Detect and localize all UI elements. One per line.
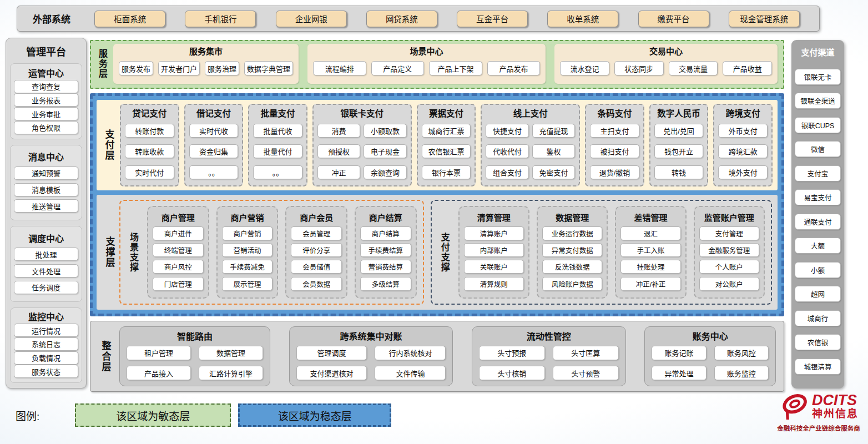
support-item-node: 会员管理 (291, 226, 342, 240)
payment-channel-node: 农信银 (795, 334, 841, 350)
payment-item-node: 。。 (189, 165, 239, 179)
dcits-logo-texts: DCITS 神州信息 (812, 392, 859, 420)
service-groups: 服务集市服务发布开发者门户服务治理数据字典管理场景中心流程编排产品定义产品上下架… (113, 44, 778, 84)
payment-channel-node: 通联支付 (795, 214, 841, 230)
stable-layers-container: 支付层 贷记支付转账付款转账收款实时代付借记支付实时代收资金归集。。批量支付批量… (90, 93, 784, 316)
payment-item-node: 预授权 (317, 144, 360, 158)
integration-group-title: 跨系统集中对账 (296, 329, 446, 342)
payment-column-items: 转账付款转账收款实时代付 (124, 120, 175, 183)
payment-column-items: 城商行汇票农信银汇票银行本票 (421, 120, 472, 183)
support-section: 支付支撑清算管理清算账户内部账户关联账户清算规则数据管理业务运行数据异常支付数据… (431, 200, 772, 305)
support-item-node: 个人账户 (699, 260, 759, 274)
service-group: 交易中心流水登记状态同步交易流量产品收益 (554, 44, 778, 84)
support-item-node: 风险账户数据 (542, 277, 602, 291)
payment-item-node: 外币支付 (718, 124, 768, 138)
support-item-node: 支付管理 (699, 226, 759, 240)
management-section: 监控中心运行情况系统日志负载情况服务状态 (10, 307, 82, 384)
support-item-node: 终端管理 (153, 243, 204, 257)
payment-column-title: 数字人民币 (653, 107, 705, 119)
service-item-node: 服务发布 (119, 61, 153, 75)
support-item-node: 异常支付数据 (542, 243, 602, 257)
payment-column-title: 条码支付 (589, 107, 640, 119)
support-group-title: 数据管理 (542, 211, 602, 223)
payment-item-node: 充值提现 (532, 124, 575, 138)
external-system-node: 网贷系统 (366, 11, 437, 27)
support-item-node: 挂账处理 (620, 260, 680, 274)
management-section-title: 调度中心 (14, 231, 78, 245)
integration-group-title: 智能路由 (127, 329, 263, 342)
payment-channels-title: 支付渠道 (795, 46, 841, 58)
management-item-node: 业务审批 (14, 107, 78, 120)
payment-column-items: 外币支付跨境汇款境外支付 (717, 120, 769, 183)
payment-column: 贷记支付转账付款转账收款实时代付 (120, 104, 179, 186)
payment-channel-node: 大额 (795, 238, 841, 254)
service-item-node: 产品收益 (723, 61, 772, 75)
service-item-node: 状态同步 (614, 61, 664, 75)
payment-item-node: 。。 (253, 165, 302, 179)
payment-item-node: 银行本票 (422, 165, 471, 179)
support-group-title: 商户管理 (153, 211, 204, 223)
payment-column: 票据支付城商行汇票农信银汇票银行本票 (417, 104, 476, 186)
management-sections: 运管中心查询查复业务报表业务审批角色权限消息中心通知预警消息模板推送管理调度中心… (10, 63, 82, 383)
payment-layer: 支付层 贷记支付转账付款转账收款实时代付借记支付实时代收资金归集。。批量支付批量… (97, 100, 778, 190)
payment-column-items: 主扫支付被扫支付退货/撤销 (589, 120, 640, 183)
support-group: 清算管理清算账户内部账户关联账户清算规则 (458, 206, 529, 299)
payment-item-node: 转账收款 (125, 144, 174, 158)
support-item-node: 对公账户 (699, 277, 759, 291)
support-group: 商户结算商户结算手续费结算营销费结算多级结算 (355, 206, 417, 299)
payment-item-node: 冲正 (317, 165, 360, 179)
support-group: 商户营销商户营销营销活动手续费减免展示管理 (216, 206, 279, 299)
service-item-node: 产品上下架 (429, 61, 482, 75)
support-section-label: 支付支撑 (438, 206, 451, 299)
management-item-node: 批处理 (14, 248, 78, 261)
payment-column-items: 兑出/兑回钱包开立转钱 (653, 120, 705, 183)
management-item-node: 通知预警 (14, 167, 78, 180)
external-system-node: 缴费平台 (638, 11, 709, 27)
payment-item-node: 鉴权 (532, 144, 575, 158)
support-item-node: 商户风控 (153, 260, 204, 274)
integration-item-node: 数据管理 (199, 346, 263, 360)
payment-column-title: 跨境支付 (717, 107, 769, 119)
payment-architecture-diagram: 外部系统 柜面系统手机银行企业网银网贷系统互金平台收单系统缴费平台现金管理系统 … (0, 0, 868, 444)
payment-column-title: 借记支付 (188, 107, 240, 119)
external-systems-label: 外部系统 (33, 12, 70, 26)
service-item-node: 开发者门户 (158, 61, 200, 75)
support-group-title: 清算管理 (464, 211, 524, 223)
payment-item-node: 境外支付 (718, 165, 768, 179)
integration-item-node: 产品接入 (127, 366, 191, 380)
payment-column: 银联卡支付消费小额取款预授权电子现金冲正余额查询 (312, 104, 412, 186)
service-item-node: 流水登记 (560, 61, 609, 75)
management-item-node: 业务报表 (14, 93, 78, 107)
integration-item-node: 账务监控 (714, 366, 769, 380)
service-group-items: 服务发布开发者门户服务治理数据字典管理 (119, 57, 293, 80)
integration-group-items: 租户管理数据管理产品接入汇路计算引擎 (127, 344, 263, 382)
integration-item-node: 头寸预警 (553, 366, 619, 380)
external-system-node: 互金平台 (457, 11, 528, 27)
support-item-node: 金融服务管理 (699, 243, 759, 257)
payment-channel-node: 银联全渠道 (795, 93, 841, 109)
support-group: 监管账户管理支付管理金融服务管理个人账户对公账户 (694, 206, 765, 299)
integration-item-node: 管理调度 (296, 346, 367, 360)
legend-label: 图例: (16, 408, 39, 423)
payment-item-node: 转账付款 (125, 124, 174, 138)
payment-column-items: 消费小额取款预授权电子现金冲正余额查询 (316, 120, 408, 183)
external-systems-bar: 外部系统 柜面系统手机银行企业网银网贷系统互金平台收单系统缴费平台现金管理系统 (17, 6, 820, 32)
external-system-node: 现金管理系统 (729, 11, 800, 27)
support-item-node: 会员数据 (291, 277, 342, 291)
payment-channel-node: 银联无卡 (795, 69, 841, 85)
support-group-title: 商户结算 (360, 211, 411, 223)
management-section-title: 监控中心 (14, 310, 78, 323)
integration-group: 流动性管控头寸预报头寸匡算头寸核销头寸预警 (472, 326, 626, 386)
external-systems-items: 柜面系统手机银行企业网银网贷系统互金平台收单系统缴费平台现金管理系统 (75, 11, 819, 27)
legend: 图例: 该区域为敏态层 该区域为稳态层 (16, 403, 391, 427)
service-group-title: 服务集市 (119, 45, 293, 57)
service-group-title: 交易中心 (560, 45, 772, 57)
payment-item-node: 资金归集 (189, 144, 239, 158)
payment-column-items: 快捷支付充值提现代收代付鉴权组合支付免密支付 (485, 120, 576, 183)
payment-column-title: 线上支付 (485, 107, 576, 119)
integration-group-items: 账务记账账务风控异常处理账务监控 (652, 344, 769, 382)
dcits-logo: DCITS 神州信息 金融科技全产业链综合服务商 (770, 391, 867, 432)
management-item-node: 系统日志 (14, 337, 78, 351)
service-item-node: 产品发布 (487, 61, 541, 75)
payment-item-node: 电子现金 (364, 144, 406, 158)
